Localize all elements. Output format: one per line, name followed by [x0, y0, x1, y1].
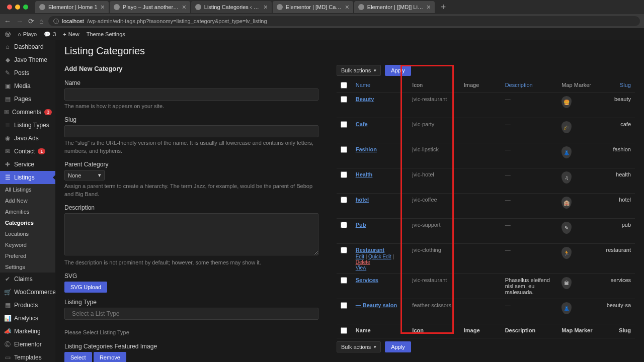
browser-tab[interactable]: Elementor | [[MD]] Listing, Gri× [354, 1, 435, 13]
sidebar-item-javo-theme[interactable]: ◆Javo Theme [0, 53, 55, 66]
site-info-icon[interactable]: ⓘ [53, 18, 59, 25]
maximize-window-icon[interactable] [23, 5, 28, 10]
row-checkbox[interactable] [341, 171, 347, 178]
svg-upload-button[interactable]: SVG Upload [64, 282, 107, 293]
theme-settings-link[interactable]: Theme Settings [87, 31, 125, 37]
forward-button[interactable]: → [16, 17, 23, 25]
new-tab-button[interactable]: + [437, 2, 450, 13]
browser-tab[interactable]: Elementor | [MD] Card Modul× [273, 1, 353, 13]
listtype-input[interactable] [64, 308, 318, 320]
menu-icon: ▦ [4, 302, 11, 309]
back-button[interactable]: ← [4, 17, 11, 25]
sidebar-item-listing-types[interactable]: ≣Listing Types [0, 119, 55, 132]
desc-input[interactable] [64, 213, 318, 255]
apply-button-top[interactable]: Apply [385, 65, 411, 76]
category-name-link[interactable]: — Beauty salon [356, 302, 397, 308]
submenu-item-keyword[interactable]: Keyword [0, 239, 55, 250]
browser-tab[interactable]: Elementor | Home 1× [35, 1, 109, 13]
category-name-link[interactable]: Beauty [356, 96, 374, 102]
remove-button[interactable]: Remove [94, 352, 126, 362]
sidebar-item-products[interactable]: ▦Products [0, 299, 55, 312]
category-name-link[interactable]: Fashion [356, 146, 377, 152]
submenu-item-all-listings[interactable]: All Listings [0, 184, 55, 195]
reload-button[interactable]: ⟳ [28, 17, 34, 25]
close-window-icon[interactable] [7, 5, 12, 10]
row-checkbox[interactable] [341, 302, 347, 309]
desc-cell: — [501, 219, 558, 244]
category-name-link[interactable]: hotel [356, 197, 369, 203]
edit-link[interactable]: Edit [356, 254, 364, 259]
wp-logo[interactable]: ⓦ [5, 31, 11, 38]
col-slug[interactable]: Slug [599, 79, 635, 93]
category-name-link[interactable]: Cafe [356, 121, 368, 127]
browser-tab[interactable]: Listing Categories ‹ Playo —× [191, 1, 272, 13]
slug-input[interactable] [64, 125, 318, 137]
minimize-window-icon[interactable] [15, 5, 20, 10]
row-checkbox[interactable] [341, 96, 347, 103]
sidebar-item-templates[interactable]: ▭Templates [0, 351, 55, 362]
site-link[interactable]: ⌂ Playo [18, 31, 37, 37]
close-tab-icon[interactable]: × [182, 4, 186, 11]
menu-icon: 🛒 [4, 289, 11, 296]
quick-edit-link[interactable]: Quick Edit [368, 254, 391, 259]
url-bar[interactable]: ⓘ localhost/wp-admin/edit-tags.php?taxon… [48, 16, 640, 26]
sidebar-item-javo-ads[interactable]: ◉Javo Ads [0, 132, 55, 145]
close-tab-icon[interactable]: × [264, 4, 268, 11]
col-desc[interactable]: Description [501, 79, 558, 93]
nav-toolbar: ← → ⟳ ⌂ ⓘ localhost/wp-admin/edit-tags.p… [0, 14, 644, 28]
sidebar-item-woocommerce[interactable]: 🛒WooCommerce [0, 286, 55, 299]
sidebar-item-media[interactable]: ▣Media [0, 79, 55, 93]
bulk-actions-select-bottom[interactable]: Bulk actions [337, 341, 381, 352]
parent-select[interactable]: None▾ [64, 170, 105, 180]
category-name-link[interactable]: Health [356, 171, 373, 177]
submenu-item-locations[interactable]: Locations [0, 228, 55, 239]
sidebar-item-listings[interactable]: ☰Listings [0, 171, 55, 184]
row-checkbox[interactable] [341, 277, 347, 284]
tab-title: Elementor | Home 1 [48, 4, 98, 10]
browser-tab[interactable]: Playo – Just another WordPre× [110, 1, 190, 13]
sidebar-item-label: Listing Types [14, 122, 49, 129]
category-name-link[interactable]: Restaurant [356, 247, 384, 253]
sidebar-item-analytics[interactable]: 📊Analytics [0, 312, 55, 325]
name-input[interactable] [64, 88, 318, 101]
home-button[interactable]: ⌂ [39, 17, 43, 25]
sidebar-item-posts[interactable]: ✎Posts [0, 66, 55, 79]
row-checkbox[interactable] [341, 222, 347, 228]
col-name[interactable]: Name [352, 79, 409, 93]
select-all-checkbox-foot[interactable] [341, 327, 347, 334]
apply-button-bottom[interactable]: Apply [385, 341, 411, 352]
submenu-item-prefered[interactable]: Prefered [0, 250, 55, 261]
view-link[interactable]: View [356, 265, 367, 270]
sidebar-item-contact[interactable]: ✉Contact 1 [0, 145, 55, 158]
row-checkbox[interactable] [341, 197, 347, 203]
select-button[interactable]: Select [64, 352, 92, 362]
close-tab-icon[interactable]: × [101, 4, 105, 11]
category-name-link[interactable]: Services [356, 277, 378, 283]
sidebar-item-service[interactable]: ✚Service [0, 158, 55, 171]
sidebar-item-claims[interactable]: ✔Claims [0, 273, 55, 286]
sidebar-item-label: Claims [14, 276, 33, 283]
row-checkbox[interactable] [341, 121, 347, 128]
close-tab-icon[interactable]: × [345, 4, 349, 11]
submenu-item-add-new[interactable]: Add New [0, 195, 55, 206]
submenu-item-settings[interactable]: Settings [0, 261, 55, 273]
category-name-link[interactable]: Pub [356, 222, 366, 228]
submenu-item-categories[interactable]: Categories [0, 217, 55, 228]
bulk-actions-select[interactable]: Bulk actions [337, 65, 381, 76]
delete-link[interactable]: Delete [356, 259, 370, 265]
sidebar-item-marketing[interactable]: 📣Marketing [0, 325, 55, 338]
comments-link[interactable]: 💬 3 [44, 31, 56, 38]
submenu-item-amenities[interactable]: Amenities [0, 206, 55, 217]
select-all-checkbox[interactable] [341, 82, 347, 88]
sidebar-item-comments[interactable]: ✉Comments 3 [0, 106, 55, 119]
row-checkbox[interactable] [341, 146, 347, 153]
sidebar-item-dashboard[interactable]: ⌂Dashboard [0, 40, 55, 53]
sidebar-item-elementor[interactable]: ⒺElementor [0, 338, 55, 351]
sidebar-item-pages[interactable]: ▤Pages [0, 93, 55, 106]
close-tab-icon[interactable]: × [427, 4, 431, 11]
table-row: Pubjvic-support—✎pub [337, 219, 635, 244]
new-link[interactable]: + New [63, 31, 79, 37]
window-controls[interactable] [2, 5, 33, 10]
icon-value: jvic-restaurant [408, 274, 459, 299]
row-checkbox[interactable] [341, 247, 347, 253]
